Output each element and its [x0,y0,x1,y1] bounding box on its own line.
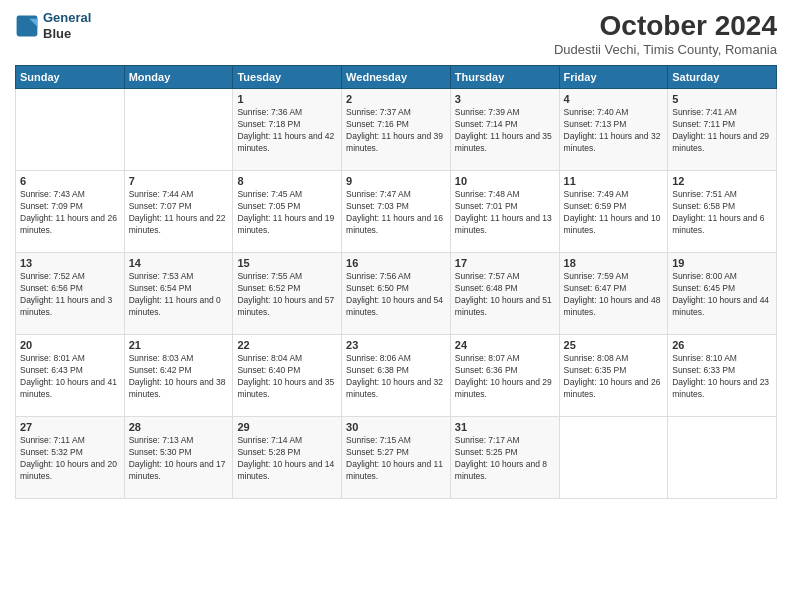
day-number: 5 [672,93,772,105]
daylight-text: Daylight: 11 hours and 10 minutes. [564,213,661,235]
day-number: 20 [20,339,120,351]
sunrise-text: Sunrise: 7:48 AM [455,189,520,199]
sunset-text: Sunset: 6:40 PM [237,365,300,375]
cell-w5-d2: 29Sunrise: 7:14 AMSunset: 5:28 PMDayligh… [233,417,342,499]
subtitle: Dudestii Vechi, Timis County, Romania [554,42,777,57]
day-info: Sunrise: 7:44 AMSunset: 7:07 PMDaylight:… [129,189,229,237]
day-number: 16 [346,257,446,269]
sunset-text: Sunset: 7:05 PM [237,201,300,211]
day-info: Sunrise: 8:01 AMSunset: 6:43 PMDaylight:… [20,353,120,401]
day-number: 30 [346,421,446,433]
day-info: Sunrise: 7:55 AMSunset: 6:52 PMDaylight:… [237,271,337,319]
sunset-text: Sunset: 7:18 PM [237,119,300,129]
cell-w4-d6: 26Sunrise: 8:10 AMSunset: 6:33 PMDayligh… [668,335,777,417]
daylight-text: Daylight: 10 hours and 20 minutes. [20,459,117,481]
sunset-text: Sunset: 6:47 PM [564,283,627,293]
day-number: 26 [672,339,772,351]
day-number: 19 [672,257,772,269]
day-info: Sunrise: 7:17 AMSunset: 5:25 PMDaylight:… [455,435,555,483]
sunset-text: Sunset: 7:03 PM [346,201,409,211]
day-info: Sunrise: 7:36 AMSunset: 7:18 PMDaylight:… [237,107,337,155]
day-info: Sunrise: 7:13 AMSunset: 5:30 PMDaylight:… [129,435,229,483]
daylight-text: Daylight: 10 hours and 38 minutes. [129,377,226,399]
logo-icon [15,14,39,38]
cell-w5-d3: 30Sunrise: 7:15 AMSunset: 5:27 PMDayligh… [342,417,451,499]
cell-w1-d0 [16,89,125,171]
day-info: Sunrise: 7:15 AMSunset: 5:27 PMDaylight:… [346,435,446,483]
sunrise-text: Sunrise: 7:52 AM [20,271,85,281]
sunset-text: Sunset: 6:58 PM [672,201,735,211]
logo-text: General Blue [43,10,91,41]
month-title: October 2024 [554,10,777,42]
cell-w3-d5: 18Sunrise: 7:59 AMSunset: 6:47 PMDayligh… [559,253,668,335]
sunset-text: Sunset: 5:32 PM [20,447,83,457]
cell-w4-d0: 20Sunrise: 8:01 AMSunset: 6:43 PMDayligh… [16,335,125,417]
day-info: Sunrise: 8:04 AMSunset: 6:40 PMDaylight:… [237,353,337,401]
day-info: Sunrise: 7:41 AMSunset: 7:11 PMDaylight:… [672,107,772,155]
day-info: Sunrise: 7:52 AMSunset: 6:56 PMDaylight:… [20,271,120,319]
sunset-text: Sunset: 6:35 PM [564,365,627,375]
sunset-text: Sunset: 6:43 PM [20,365,83,375]
day-info: Sunrise: 7:56 AMSunset: 6:50 PMDaylight:… [346,271,446,319]
day-number: 15 [237,257,337,269]
day-number: 22 [237,339,337,351]
cell-w2-d0: 6Sunrise: 7:43 AMSunset: 7:09 PMDaylight… [16,171,125,253]
calendar: Sunday Monday Tuesday Wednesday Thursday… [15,65,777,499]
cell-w5-d0: 27Sunrise: 7:11 AMSunset: 5:32 PMDayligh… [16,417,125,499]
weekday-row: Sunday Monday Tuesday Wednesday Thursday… [16,66,777,89]
sunrise-text: Sunrise: 8:10 AM [672,353,737,363]
sunrise-text: Sunrise: 7:56 AM [346,271,411,281]
daylight-text: Daylight: 11 hours and 3 minutes. [20,295,112,317]
sunset-text: Sunset: 6:56 PM [20,283,83,293]
sunset-text: Sunset: 7:14 PM [455,119,518,129]
sunset-text: Sunset: 7:11 PM [672,119,735,129]
daylight-text: Daylight: 10 hours and 35 minutes. [237,377,334,399]
day-number: 6 [20,175,120,187]
sunset-text: Sunset: 6:42 PM [129,365,192,375]
day-number: 21 [129,339,229,351]
day-info: Sunrise: 8:06 AMSunset: 6:38 PMDaylight:… [346,353,446,401]
day-info: Sunrise: 8:03 AMSunset: 6:42 PMDaylight:… [129,353,229,401]
sunrise-text: Sunrise: 7:39 AM [455,107,520,117]
cell-w3-d3: 16Sunrise: 7:56 AMSunset: 6:50 PMDayligh… [342,253,451,335]
daylight-text: Daylight: 10 hours and 48 minutes. [564,295,661,317]
cell-w4-d4: 24Sunrise: 8:07 AMSunset: 6:36 PMDayligh… [450,335,559,417]
day-number: 25 [564,339,664,351]
day-number: 2 [346,93,446,105]
cell-w1-d3: 2Sunrise: 7:37 AMSunset: 7:16 PMDaylight… [342,89,451,171]
daylight-text: Daylight: 10 hours and 17 minutes. [129,459,226,481]
svg-rect-0 [17,15,38,36]
day-number: 11 [564,175,664,187]
day-number: 9 [346,175,446,187]
col-sunday: Sunday [16,66,125,89]
sunset-text: Sunset: 6:33 PM [672,365,735,375]
day-info: Sunrise: 7:49 AMSunset: 6:59 PMDaylight:… [564,189,664,237]
cell-w2-d3: 9Sunrise: 7:47 AMSunset: 7:03 PMDaylight… [342,171,451,253]
daylight-text: Daylight: 10 hours and 14 minutes. [237,459,334,481]
sunrise-text: Sunrise: 7:40 AM [564,107,629,117]
day-number: 3 [455,93,555,105]
sunrise-text: Sunrise: 7:37 AM [346,107,411,117]
cell-w5-d6 [668,417,777,499]
sunrise-text: Sunrise: 7:43 AM [20,189,85,199]
sunset-text: Sunset: 7:01 PM [455,201,518,211]
week-row-4: 20Sunrise: 8:01 AMSunset: 6:43 PMDayligh… [16,335,777,417]
daylight-text: Daylight: 11 hours and 6 minutes. [672,213,764,235]
cell-w3-d1: 14Sunrise: 7:53 AMSunset: 6:54 PMDayligh… [124,253,233,335]
daylight-text: Daylight: 11 hours and 39 minutes. [346,131,443,153]
title-block: October 2024 Dudestii Vechi, Timis Count… [554,10,777,57]
col-friday: Friday [559,66,668,89]
cell-w2-d5: 11Sunrise: 7:49 AMSunset: 6:59 PMDayligh… [559,171,668,253]
daylight-text: Daylight: 10 hours and 32 minutes. [346,377,443,399]
daylight-text: Daylight: 11 hours and 0 minutes. [129,295,221,317]
day-number: 17 [455,257,555,269]
day-number: 13 [20,257,120,269]
sunset-text: Sunset: 6:54 PM [129,283,192,293]
cell-w5-d1: 28Sunrise: 7:13 AMSunset: 5:30 PMDayligh… [124,417,233,499]
day-info: Sunrise: 7:40 AMSunset: 7:13 PMDaylight:… [564,107,664,155]
daylight-text: Daylight: 10 hours and 8 minutes. [455,459,547,481]
sunset-text: Sunset: 7:13 PM [564,119,627,129]
sunrise-text: Sunrise: 7:15 AM [346,435,411,445]
cell-w2-d2: 8Sunrise: 7:45 AMSunset: 7:05 PMDaylight… [233,171,342,253]
sunrise-text: Sunrise: 8:07 AM [455,353,520,363]
